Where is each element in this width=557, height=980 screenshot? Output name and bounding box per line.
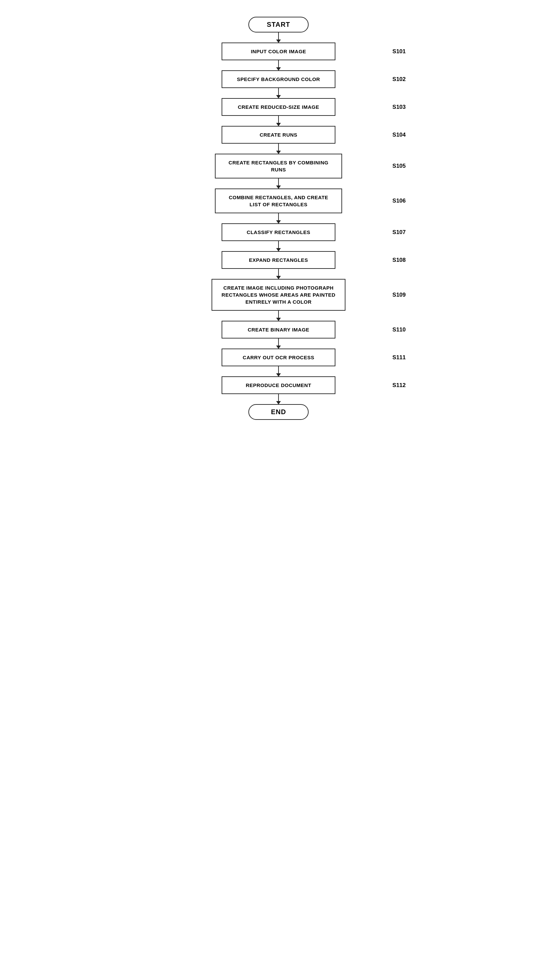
s105-label: S105	[393, 163, 406, 169]
arrow-6	[278, 213, 279, 223]
s111-node-row: CARRY OUT OCR PROCESS S111	[178, 348, 379, 366]
s108-label: S108	[393, 257, 406, 264]
flowchart: START INPUT COLOR IMAGE S101 SPECIFY BAC…	[178, 7, 379, 430]
arrow-9	[278, 311, 279, 321]
s103-label: S103	[393, 104, 406, 111]
arrow-1	[278, 60, 279, 70]
arrow-8	[278, 269, 279, 279]
arrow-12	[278, 394, 279, 404]
s101-node-row: INPUT COLOR IMAGE S101	[178, 42, 379, 60]
s112-process: REPRODUCE DOCUMENT	[221, 376, 336, 394]
start-terminal: START	[248, 17, 309, 33]
s111-label: S111	[393, 354, 406, 361]
s101-process: INPUT COLOR IMAGE	[221, 42, 336, 60]
s101-label: S101	[393, 48, 406, 55]
s107-node-row: CLASSIFY RECTANGLES S107	[178, 223, 379, 241]
s104-process: CREATE RUNS	[221, 126, 336, 144]
s107-process: CLASSIFY RECTANGLES	[221, 223, 336, 241]
arrow-7	[278, 241, 279, 251]
end-node-row: END	[178, 404, 379, 420]
s102-process: SPECIFY BACKGROUND COLOR	[221, 70, 336, 88]
arrow-10	[278, 339, 279, 348]
s104-node-row: CREATE RUNS S104	[178, 126, 379, 144]
start-node-row: START	[178, 17, 379, 33]
s105-node-row: CREATE RECTANGLES BY COMBINING RUNS S105	[178, 154, 379, 179]
s106-label: S106	[393, 197, 406, 204]
arrow-4	[278, 144, 279, 154]
s109-label: S109	[393, 291, 406, 298]
s102-node-row: SPECIFY BACKGROUND COLOR S102	[178, 70, 379, 88]
s111-process: CARRY OUT OCR PROCESS	[221, 348, 336, 366]
arrow-11	[278, 366, 279, 376]
s108-node-row: EXPAND RECTANGLES S108	[178, 251, 379, 269]
s104-label: S104	[393, 132, 406, 138]
s106-process: COMBINE RECTANGLES, AND CREATE LIST OF R…	[215, 189, 342, 213]
s112-label: S112	[393, 382, 406, 389]
s109-node-row: CREATE IMAGE INCLUDING PHOTOGRAPH RECTAN…	[178, 279, 379, 311]
s110-node-row: CREATE BINARY IMAGE S110	[178, 321, 379, 339]
s107-label: S107	[393, 229, 406, 236]
s110-process: CREATE BINARY IMAGE	[221, 321, 336, 339]
s108-process: EXPAND RECTANGLES	[221, 251, 336, 269]
arrow-0	[278, 33, 279, 42]
arrow-5	[278, 179, 279, 189]
s105-process: CREATE RECTANGLES BY COMBINING RUNS	[215, 154, 342, 179]
s103-node-row: CREATE REDUCED-SIZE IMAGE S103	[178, 98, 379, 116]
s112-node-row: REPRODUCE DOCUMENT S112	[178, 376, 379, 394]
s106-node-row: COMBINE RECTANGLES, AND CREATE LIST OF R…	[178, 189, 379, 213]
end-terminal: END	[248, 404, 309, 420]
s110-label: S110	[393, 326, 406, 333]
s103-process: CREATE REDUCED-SIZE IMAGE	[221, 98, 336, 116]
arrow-2	[278, 88, 279, 98]
s102-label: S102	[393, 76, 406, 83]
s109-process: CREATE IMAGE INCLUDING PHOTOGRAPH RECTAN…	[212, 279, 345, 311]
arrow-3	[278, 116, 279, 126]
